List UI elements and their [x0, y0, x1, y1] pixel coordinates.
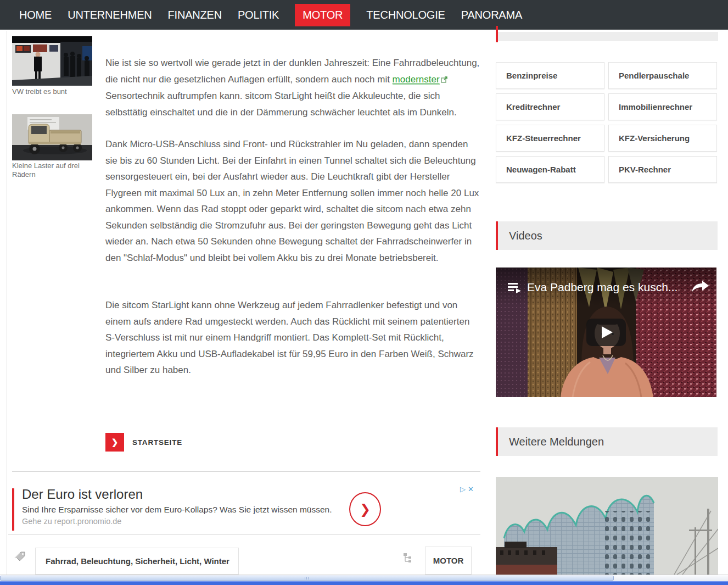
nav-item-panorama[interactable]: PANORAMA — [461, 4, 522, 26]
nav-item-finanzen[interactable]: FINANZEN — [168, 4, 222, 26]
nav-item-technologie[interactable]: TECHNOLOGIE — [366, 4, 445, 26]
article-paragraph-1: Nie ist sie so wertvoll wie gerade jetzt… — [105, 55, 481, 120]
vw-gallery-image — [12, 36, 92, 86]
sidebar-header-fragment — [498, 32, 718, 41]
nav-item-home[interactable]: HOME — [19, 4, 52, 26]
elbphilharmonie-image — [496, 477, 718, 575]
calc-label: KFZ-Versicherung — [609, 125, 716, 151]
calc-label: PKV-Rechner — [609, 157, 716, 182]
more-news-section-header: Weitere Meldungen — [496, 427, 718, 456]
video-player[interactable]: Eva Padberg mag es kusch... — [496, 268, 716, 397]
calc-link-neuwagen-rabatt[interactable]: Neuwagen-Rabatt — [496, 156, 604, 183]
share-arrow-icon[interactable] — [692, 281, 709, 292]
keywords-box[interactable]: Fahrrad, Beleuchtung, Sicherheit, Licht,… — [35, 548, 239, 575]
calc-label: Kreditrechner — [496, 94, 604, 120]
horizontal-scrollbar-thumb[interactable] — [0, 576, 614, 581]
main-nav: HOME UNTERNEHMEN FINANZEN POLITIK MOTOR … — [0, 0, 728, 30]
more-news-section-title: Weitere Meldungen — [496, 427, 718, 456]
divider-below-ad — [8, 534, 480, 535]
calc-link-kreditrechner[interactable]: Kreditrechner — [496, 93, 604, 120]
tags-icon — [14, 550, 26, 565]
nav-item-unternehmen[interactable]: UNTERNEHMEN — [68, 4, 152, 26]
ad-arrow-button[interactable]: ❯ — [349, 492, 381, 526]
related-article-thumb-laster[interactable] — [12, 114, 92, 160]
ad-red-bar — [12, 488, 14, 531]
external-link-icon — [441, 72, 447, 88]
sidebar-header-red-bar-fragment — [496, 26, 498, 42]
page: HOME UNTERNEHMEN FINANZEN POLITIK MOTOR … — [0, 0, 728, 585]
ad-title[interactable]: Der Euro ist verloren — [22, 487, 143, 502]
calc-link-kfz-versicherung[interactable]: KFZ-Versicherung — [608, 125, 717, 152]
adchoices-icon[interactable]: ▷ — [460, 485, 466, 493]
intext-ad-link[interactable]: modernster — [393, 74, 440, 85]
nav-item-politik[interactable]: POLITIK — [238, 4, 279, 26]
calc-label: Neuwagen-Rabatt — [496, 157, 604, 182]
adchoices-controls: ▷ ✕ — [460, 485, 474, 493]
ad-url-line: Gehe zu report.pronomio.de — [22, 517, 121, 526]
playlist-icon[interactable] — [508, 282, 523, 293]
nav-item-motor-active[interactable]: MOTOR — [295, 4, 350, 26]
calc-link-benzinpreise[interactable]: Benzinpreise — [496, 62, 604, 89]
calc-label: Immobilienrechner — [609, 94, 716, 120]
ad-body-text: Sind Ihre Ersparnisse sicher vor dem Eur… — [22, 505, 332, 515]
calc-link-kfz-steuerrechner[interactable]: KFZ-Steuerrechner — [496, 125, 604, 152]
play-button[interactable] — [586, 319, 626, 346]
related-article-caption-laster[interactable]: Kleine Laster auf drei Rädern — [12, 161, 94, 179]
bottom-blue-strip — [0, 581, 728, 585]
calc-label: KFZ-Steuerrechner — [496, 125, 604, 151]
calc-link-immobilienrechner[interactable]: Immobilienrechner — [608, 93, 717, 120]
article-paragraph-3: Die sitcom StarLight kann ohne Werkzeug … — [105, 297, 481, 378]
horizontal-scrollbar-track[interactable] — [0, 575, 728, 581]
category-tree-icon — [401, 553, 413, 566]
videos-section-title: Videos — [496, 221, 718, 250]
calc-link-pkv-rechner[interactable]: PKV-Rechner — [608, 156, 717, 183]
category-box[interactable]: MOTOR — [425, 547, 472, 575]
ad-close-icon[interactable]: ✕ — [468, 485, 474, 493]
three-wheeler-image — [12, 114, 92, 160]
related-article-caption-vw[interactable]: VW treibt es bunt — [12, 87, 94, 96]
keywords-text[interactable]: Fahrrad, Beleuchtung, Sicherheit, Licht,… — [36, 548, 238, 574]
category-text[interactable]: MOTOR — [433, 556, 464, 565]
calc-label: Pendlerpauschale — [609, 63, 716, 88]
scrollbar-grip-icon — [305, 577, 310, 580]
article-paragraph-2: Dank Micro-USB-Anschluss sind Front- und… — [105, 136, 481, 266]
related-article-thumb-vw[interactable] — [12, 36, 92, 86]
startseite-link[interactable]: ❯ STARTSEITE — [105, 433, 182, 452]
divider-above-ad — [12, 471, 480, 472]
videos-section-header: Videos — [496, 221, 718, 250]
article-body: Nie ist sie so wertvoll wie gerade jetzt… — [105, 55, 481, 394]
page-left-border — [7, 31, 7, 575]
startseite-label[interactable]: STARTSEITE — [132, 438, 182, 447]
calc-label: Benzinpreise — [496, 63, 604, 88]
calc-link-pendlerpauschale[interactable]: Pendlerpauschale — [608, 62, 717, 89]
startseite-chevron-icon[interactable]: ❯ — [105, 433, 124, 452]
video-title[interactable]: Eva Padberg mag es kusch... — [527, 281, 677, 294]
more-news-thumb-elbphilharmonie[interactable] — [496, 477, 718, 575]
p1-text-after: Sensortechnik auftrumpfen kann. sitcom S… — [105, 91, 457, 118]
